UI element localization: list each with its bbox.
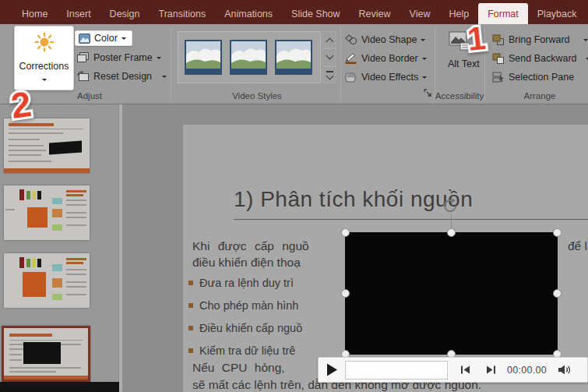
tab-playback[interactable]: Playback (528, 3, 586, 24)
resize-handle-top-right[interactable] (553, 228, 562, 237)
style-preview-icon (276, 41, 311, 73)
move-back-button[interactable] (460, 365, 470, 375)
gallery-scroll-controls (322, 31, 336, 83)
play-button[interactable] (326, 363, 338, 376)
accessibility-group-label: Accessibility (428, 91, 491, 101)
thumb-rule (9, 129, 83, 129)
thumb-diagram-block (19, 257, 24, 268)
video-border-button[interactable]: Video Border (345, 53, 427, 64)
thumb-text-line (5, 209, 15, 210)
bring-forward-label: Bring Forward (509, 34, 570, 45)
bullet-square-icon (188, 326, 193, 330)
chevron-down-icon (421, 39, 425, 44)
thumb-text-line (66, 200, 86, 201)
video-style-option[interactable] (185, 40, 222, 75)
slide-paragraph: Khi được cấp nguồ (192, 239, 309, 253)
thumb-text-line (66, 286, 86, 288)
send-backward-button[interactable]: Send Backward (492, 53, 588, 64)
video-border-label: Video Border (361, 53, 418, 64)
chevron-down-icon (326, 52, 333, 60)
thumb-text-line (66, 217, 86, 218)
color-button[interactable]: Color (75, 30, 132, 46)
resize-handle-top-left[interactable] (341, 228, 350, 237)
selection-pane-button[interactable]: Selection Pane (492, 72, 574, 83)
thumb-diagram-block (52, 198, 62, 204)
poster-frame-label: Poster Frame (93, 52, 153, 63)
tab-slide-show[interactable]: Slide Show (282, 3, 350, 24)
thumb-video-rect (23, 342, 61, 364)
gallery-scroll-up-button[interactable] (322, 31, 336, 48)
send-backward-label: Send Backward (509, 53, 577, 64)
thumb-text-line (66, 204, 86, 206)
resize-handle-middle-left[interactable] (341, 289, 350, 298)
thumb-text-line (66, 212, 86, 214)
gallery-more-button[interactable] (322, 66, 336, 83)
chevron-up-icon (326, 37, 333, 45)
thumb-text-line (66, 281, 86, 283)
slide-bullet: Cho phép màn hình (188, 299, 298, 312)
tab-review[interactable]: Review (350, 3, 400, 24)
video-shape-label: Video Shape (361, 34, 417, 45)
elapsed-time: 00:00.00 (507, 365, 547, 376)
thumb-diagram-block (52, 209, 62, 217)
thumb-text-line (9, 139, 40, 140)
slide-paragraph: Nếu CPU hỏng, (192, 361, 285, 375)
poster-frame-icon (77, 52, 90, 63)
ribbon-tab-bar: Home Insert Design Transitions Animation… (0, 0, 588, 24)
move-forward-button[interactable] (486, 365, 496, 375)
thumb-diagram-block (32, 259, 36, 267)
thumb-text-line (66, 224, 86, 226)
thumb-rule (9, 340, 83, 341)
thumb-diagram-block (37, 259, 41, 267)
tab-transitions[interactable]: Transitions (150, 3, 216, 24)
group-separator (171, 27, 171, 101)
selection-pane-icon (492, 72, 505, 83)
poster-frame-button[interactable]: Poster Frame (77, 52, 161, 63)
tab-view[interactable]: View (400, 3, 440, 24)
group-separator (435, 27, 435, 101)
progress-bar[interactable] (345, 361, 448, 380)
slide-thumbnail-2[interactable] (4, 185, 90, 240)
color-label: Color (94, 33, 118, 44)
thumb-text-line (9, 371, 56, 373)
video-styles-group-label: Video Styles (210, 91, 304, 101)
rotate-handle-icon[interactable] (441, 196, 461, 215)
tab-design[interactable]: Design (100, 3, 150, 24)
slide-thumbnail-4-selected[interactable] (2, 326, 90, 382)
slide-bullet: Đưa ra lệnh duy trì (188, 277, 294, 289)
gallery-scroll-down-button[interactable] (322, 48, 336, 65)
reset-design-button[interactable]: Reset Design (77, 71, 167, 82)
bring-forward-button[interactable]: Bring Forward (492, 34, 588, 45)
thumb-text-line (9, 161, 51, 162)
video-style-option[interactable] (230, 40, 267, 75)
style-preview-icon (186, 41, 220, 73)
bullet-square-icon (188, 348, 193, 353)
slide-paragraph-fragment: để lấ (568, 239, 588, 253)
thumb-diagram-block (52, 224, 62, 231)
resize-handle-middle-right[interactable] (553, 289, 562, 298)
thumb-title-line (9, 334, 52, 337)
chevron-down-icon (162, 76, 167, 80)
tab-insert[interactable]: Insert (57, 3, 100, 24)
bullet-text: Đưa ra lệnh duy trì (199, 277, 294, 289)
tab-animations[interactable]: Animations (215, 3, 282, 24)
selected-video-object[interactable] (345, 232, 558, 355)
slide-bullet: Điều khiển cấp nguồ (188, 322, 302, 334)
group-separator (340, 27, 341, 101)
video-style-option[interactable] (275, 40, 312, 75)
resize-handle-top-center[interactable] (447, 228, 456, 237)
color-picture-icon (79, 34, 90, 44)
video-shape-button[interactable]: Video Shape (345, 34, 425, 45)
thumb-diagram-block (19, 189, 24, 200)
tab-home[interactable]: Home (12, 3, 57, 24)
reset-design-icon (77, 71, 90, 82)
alt-text-label: Alt Text (448, 58, 471, 70)
step-2-annotation: 2 (0, 79, 47, 129)
volume-icon[interactable] (558, 364, 572, 376)
video-border-icon (345, 53, 357, 64)
slide-thumbnail-3[interactable] (4, 253, 90, 308)
arrange-group-label: Arrange (505, 91, 575, 101)
thumb-text-line (9, 359, 22, 361)
chevron-down-icon (583, 39, 588, 44)
video-effects-button[interactable]: Video Effects (345, 72, 427, 83)
